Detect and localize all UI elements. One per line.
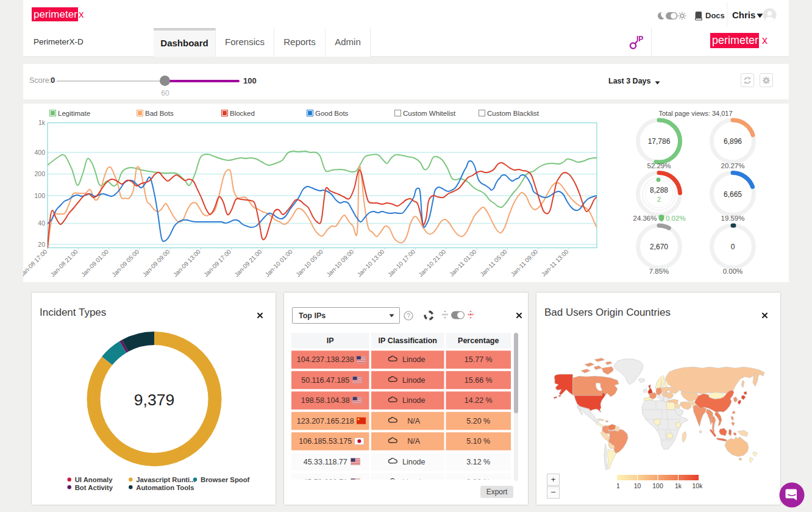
svg-text:9,379: 9,379 [134,391,174,409]
svg-text:IP Classification: IP Classification [379,336,437,345]
svg-text:Total page views: 34,017: Total page views: 34,017 [658,110,732,117]
svg-text:IP: IP [327,336,334,345]
svg-text:5.10 %: 5.10 % [466,437,490,446]
svg-text:7.85%: 7.85% [649,268,669,275]
svg-text:Percentage: Percentage [458,336,499,345]
svg-text:100: 100 [652,482,663,489]
svg-text:15.77 %: 15.77 % [465,355,493,364]
svg-text:3.12 %: 3.12 % [466,458,490,466]
svg-text:20.27%: 20.27% [721,162,744,169]
svg-text:6,665: 6,665 [724,190,742,199]
svg-text:10k: 10k [693,482,702,489]
svg-text:15.66 %: 15.66 % [465,376,493,385]
svg-text:14.22 %: 14.22 % [465,396,493,405]
svg-text:5.20 %: 5.20 % [466,417,490,425]
svg-text:45.79.202.71: 45.79.202.71 [303,478,347,486]
svg-text:6,896: 6,896 [724,137,742,146]
svg-text:52.29%: 52.29% [647,162,671,169]
svg-text:Linode: Linode [402,458,426,466]
svg-text:104.237.138.238: 104.237.138.238 [297,355,354,364]
svg-text:106.185.53.175: 106.185.53.175 [299,437,352,446]
svg-text:1k: 1k [675,482,682,489]
svg-text:2,670: 2,670 [650,243,668,251]
svg-text:17,786: 17,786 [648,137,671,146]
svg-text:24.36%: 24.36% [633,215,657,222]
svg-text:0.00%: 0.00% [723,268,743,275]
svg-text:123.207.165.218: 123.207.165.218 [297,417,354,425]
svg-text:N/A: N/A [407,417,421,425]
svg-text:Linode: Linode [402,478,426,486]
svg-text:Browser Spoof: Browser Spoof [201,476,250,483]
svg-text:Linode: Linode [402,355,426,364]
svg-text:10: 10 [634,482,641,489]
svg-text:N/A: N/A [407,437,421,446]
svg-text:Automation Tools: Automation Tools [136,484,194,491]
svg-text:Bot Activity: Bot Activity [75,484,113,491]
svg-text:UI Anomaly: UI Anomaly [75,476,113,483]
svg-text:IP: IP [636,35,643,43]
svg-text:50.116.47.185: 50.116.47.185 [301,376,349,385]
svg-text:1: 1 [617,482,620,489]
svg-text:Javascript Runti...: Javascript Runti... [136,476,195,483]
svg-text:45.33.118.77: 45.33.118.77 [304,458,347,466]
svg-text:0.02%: 0.02% [666,215,686,222]
svg-text:0: 0 [731,243,735,251]
svg-text:198.58.104.38: 198.58.104.38 [301,396,350,405]
svg-text:Linode: Linode [402,376,426,385]
svg-text:8,288: 8,288 [650,186,668,194]
svg-text:19.59%: 19.59% [721,215,744,222]
svg-text:Linode: Linode [402,396,426,405]
svg-text:2: 2 [657,196,661,203]
